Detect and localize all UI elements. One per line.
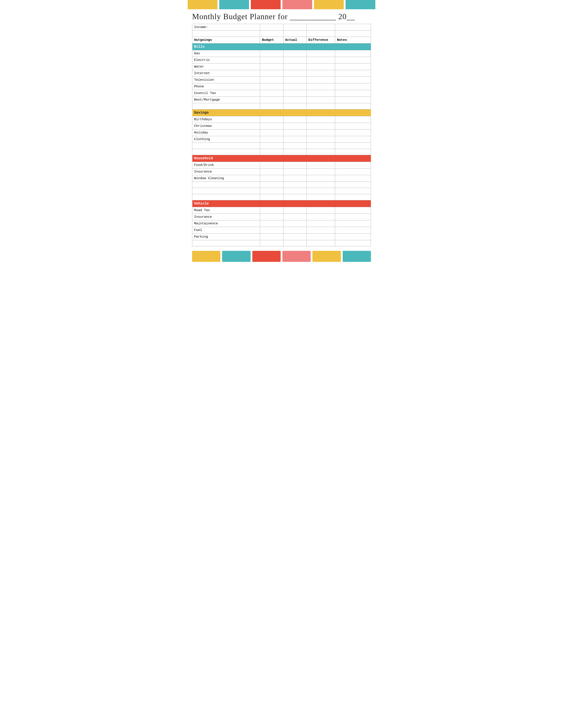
income-label: Income:	[192, 24, 260, 31]
vehicle-section-header: Vehicle	[192, 200, 371, 207]
table-row: Rent/Mortgage	[192, 97, 371, 103]
vehicle-label: Vehicle	[192, 200, 371, 207]
table-row: Fuel	[192, 227, 371, 234]
top-color-bar	[188, 0, 375, 9]
budget-table: Income: Outgoings Budget Actual Differen…	[192, 24, 371, 246]
income-row: Income:	[192, 24, 371, 31]
col-notes: Notes	[335, 37, 371, 43]
col-outgoings: Outgoings	[192, 37, 260, 43]
bottom-color-blocks	[188, 249, 375, 265]
top-bar-teal2	[346, 0, 375, 9]
table-row: Holiday	[192, 129, 371, 136]
col-difference: Difference	[307, 37, 335, 43]
top-bar-red	[251, 0, 280, 9]
table-row: Television	[192, 77, 371, 83]
top-bar-yellow2	[314, 0, 344, 9]
bottom-block-pink	[283, 251, 311, 262]
table-row: Road Tax	[192, 207, 371, 214]
table-row: Council Tax	[192, 90, 371, 97]
table-row: Internet	[192, 70, 371, 77]
col-budget: Budget	[260, 37, 283, 43]
empty-row	[192, 182, 371, 188]
empty-row	[192, 143, 371, 149]
table-row: Gas	[192, 50, 371, 57]
table-row: Insurance	[192, 169, 371, 175]
table-row: Clothing	[192, 136, 371, 143]
col-actual: Actual	[283, 37, 307, 43]
empty-row	[192, 149, 371, 155]
table-row: Electric	[192, 57, 371, 64]
bills-section-header: Bills	[192, 43, 371, 50]
savings-label: Savings	[192, 109, 371, 116]
household-label: Household	[192, 155, 371, 162]
top-bar-yellow	[188, 0, 217, 9]
table-row: Phone	[192, 83, 371, 90]
empty-row	[192, 240, 371, 246]
bottom-block-teal2	[343, 251, 371, 262]
empty-row	[192, 194, 371, 200]
bills-label: Bills	[192, 43, 371, 50]
title-area: Monthly Budget Planner for ___________ 2…	[188, 10, 375, 24]
table-row: Maintainence	[192, 220, 371, 227]
table-row: Birthdays	[192, 116, 371, 123]
table-row: Insurance	[192, 214, 371, 220]
empty-row	[192, 31, 371, 37]
empty-row	[192, 188, 371, 194]
column-header-row: Outgoings Budget Actual Difference Notes	[192, 37, 371, 43]
top-bar-pink	[283, 0, 312, 9]
savings-section-header: Savings	[192, 109, 371, 116]
bottom-block-teal	[222, 251, 250, 262]
household-section-header: Household	[192, 155, 371, 162]
table-row: Window Cleaning	[192, 175, 371, 182]
table-row: Parking	[192, 234, 371, 240]
table-row: Water	[192, 64, 371, 70]
bottom-block-red	[252, 251, 280, 262]
bottom-block-yellow	[192, 251, 220, 262]
table-container: Income: Outgoings Budget Actual Differen…	[188, 24, 375, 249]
page: Monthly Budget Planner for ___________ 2…	[188, 0, 375, 265]
page-title: Monthly Budget Planner for ___________ 2…	[192, 12, 355, 21]
empty-row	[192, 103, 371, 109]
top-bar-teal	[219, 0, 249, 9]
bottom-block-yellow2	[313, 251, 341, 262]
table-row: Food/Drink	[192, 162, 371, 169]
table-row: Christmas	[192, 123, 371, 129]
